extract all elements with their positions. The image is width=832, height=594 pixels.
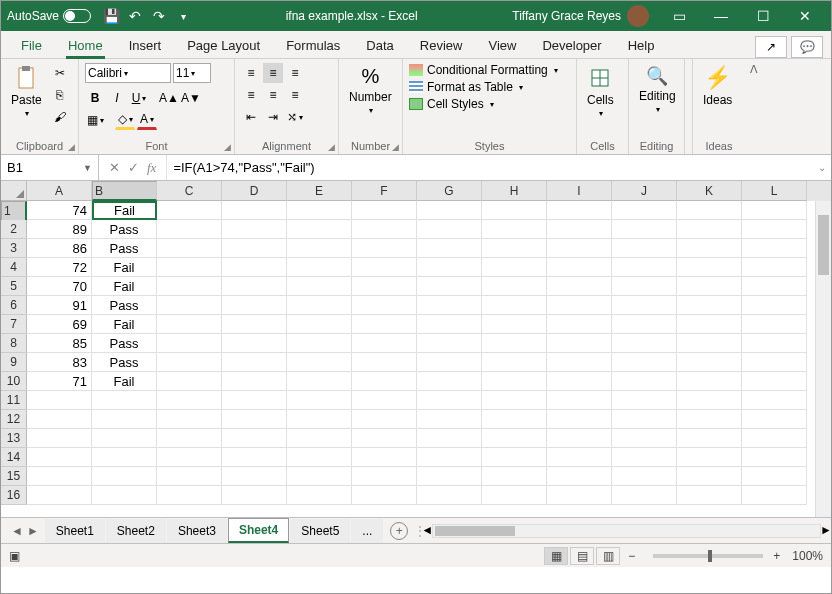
cell-L15[interactable] xyxy=(742,467,807,486)
row-header-8[interactable]: 8 xyxy=(1,334,27,353)
cell-A12[interactable] xyxy=(27,410,92,429)
cell-K9[interactable] xyxy=(677,353,742,372)
tab-review[interactable]: Review xyxy=(408,33,475,58)
cell-H15[interactable] xyxy=(482,467,547,486)
fill-color-icon[interactable]: ◇▾ xyxy=(115,110,135,130)
cell-L3[interactable] xyxy=(742,239,807,258)
cell-K1[interactable] xyxy=(677,201,742,220)
cell-I4[interactable] xyxy=(547,258,612,277)
cell-B7[interactable]: Fail xyxy=(92,315,157,334)
ribbon-options-icon[interactable]: ▭ xyxy=(659,2,699,30)
maximize-icon[interactable]: ☐ xyxy=(743,2,783,30)
cell-K6[interactable] xyxy=(677,296,742,315)
cell-B1[interactable]: Fail xyxy=(92,201,157,220)
tab-page-layout[interactable]: Page Layout xyxy=(175,33,272,58)
share-icon[interactable]: ↗ xyxy=(755,36,787,58)
cell-A15[interactable] xyxy=(27,467,92,486)
cell-A8[interactable]: 85 xyxy=(27,334,92,353)
cell-F1[interactable] xyxy=(352,201,417,220)
cell-L14[interactable] xyxy=(742,448,807,467)
cell-C7[interactable] xyxy=(157,315,222,334)
cell-J16[interactable] xyxy=(612,486,677,505)
tab-home[interactable]: Home xyxy=(56,33,115,58)
cell-L9[interactable] xyxy=(742,353,807,372)
cell-H4[interactable] xyxy=(482,258,547,277)
cell-J14[interactable] xyxy=(612,448,677,467)
row-header-6[interactable]: 6 xyxy=(1,296,27,315)
cell-B15[interactable] xyxy=(92,467,157,486)
cell-G1[interactable] xyxy=(417,201,482,220)
cell-D8[interactable] xyxy=(222,334,287,353)
cell-E15[interactable] xyxy=(287,467,352,486)
cell-J2[interactable] xyxy=(612,220,677,239)
cell-C1[interactable] xyxy=(157,201,222,220)
undo-icon[interactable]: ↶ xyxy=(127,8,143,24)
zoom-slider[interactable] xyxy=(653,554,763,558)
cut-icon[interactable]: ✂ xyxy=(50,63,70,83)
cell-D5[interactable] xyxy=(222,277,287,296)
cell-G15[interactable] xyxy=(417,467,482,486)
cell-H5[interactable] xyxy=(482,277,547,296)
cell-J12[interactable] xyxy=(612,410,677,429)
column-header-B[interactable]: B xyxy=(92,181,157,201)
cell-A5[interactable]: 70 xyxy=(27,277,92,296)
cell-K15[interactable] xyxy=(677,467,742,486)
select-all-corner[interactable] xyxy=(1,181,27,201)
orientation-icon[interactable]: ⤭▾ xyxy=(285,107,305,127)
cell-K13[interactable] xyxy=(677,429,742,448)
cell-F12[interactable] xyxy=(352,410,417,429)
editing-button[interactable]: 🔍 Editing▾ xyxy=(635,63,680,116)
cell-I9[interactable] xyxy=(547,353,612,372)
font-launcher-icon[interactable]: ◢ xyxy=(224,142,231,152)
zoom-out-icon[interactable]: − xyxy=(628,549,635,563)
row-header-4[interactable]: 4 xyxy=(1,258,27,277)
cell-L11[interactable] xyxy=(742,391,807,410)
format-as-table-button[interactable]: Format as Table▾ xyxy=(409,80,558,94)
autosave-toggle[interactable]: AutoSave xyxy=(7,9,91,23)
cell-L1[interactable] xyxy=(742,201,807,220)
bold-button[interactable]: B xyxy=(85,88,105,108)
align-center-icon[interactable]: ≡ xyxy=(263,85,283,105)
cell-K2[interactable] xyxy=(677,220,742,239)
cell-E7[interactable] xyxy=(287,315,352,334)
decrease-indent-icon[interactable]: ⇤ xyxy=(241,107,261,127)
column-header-K[interactable]: K xyxy=(677,181,742,201)
italic-button[interactable]: I xyxy=(107,88,127,108)
cell-D13[interactable] xyxy=(222,429,287,448)
cell-B5[interactable]: Fail xyxy=(92,277,157,296)
cell-L5[interactable] xyxy=(742,277,807,296)
row-header-9[interactable]: 9 xyxy=(1,353,27,372)
tab-file[interactable]: File xyxy=(9,33,54,58)
cell-H11[interactable] xyxy=(482,391,547,410)
cell-G12[interactable] xyxy=(417,410,482,429)
cell-G4[interactable] xyxy=(417,258,482,277)
cell-J4[interactable] xyxy=(612,258,677,277)
close-icon[interactable]: ✕ xyxy=(785,2,825,30)
cell-K11[interactable] xyxy=(677,391,742,410)
cell-D11[interactable] xyxy=(222,391,287,410)
cell-D10[interactable] xyxy=(222,372,287,391)
cell-A6[interactable]: 91 xyxy=(27,296,92,315)
number-format-button[interactable]: % Number▾ xyxy=(345,63,396,117)
cell-E3[interactable] xyxy=(287,239,352,258)
shrink-font-icon[interactable]: A▼ xyxy=(181,88,201,108)
cell-I10[interactable] xyxy=(547,372,612,391)
cell-B12[interactable] xyxy=(92,410,157,429)
cell-I8[interactable] xyxy=(547,334,612,353)
cell-G10[interactable] xyxy=(417,372,482,391)
row-header-11[interactable]: 11 xyxy=(1,391,27,410)
cell-C6[interactable] xyxy=(157,296,222,315)
sheet-tab-3[interactable]: Sheet3 xyxy=(167,519,227,543)
row-header-14[interactable]: 14 xyxy=(1,448,27,467)
cells-button[interactable]: Cells▾ xyxy=(583,63,618,120)
cell-H7[interactable] xyxy=(482,315,547,334)
cell-C11[interactable] xyxy=(157,391,222,410)
cell-F3[interactable] xyxy=(352,239,417,258)
comments-icon[interactable]: 💬 xyxy=(791,36,823,58)
cell-L8[interactable] xyxy=(742,334,807,353)
cell-I12[interactable] xyxy=(547,410,612,429)
tab-insert[interactable]: Insert xyxy=(117,33,174,58)
align-top-icon[interactable]: ≡ xyxy=(241,63,261,83)
cell-H8[interactable] xyxy=(482,334,547,353)
cell-G2[interactable] xyxy=(417,220,482,239)
